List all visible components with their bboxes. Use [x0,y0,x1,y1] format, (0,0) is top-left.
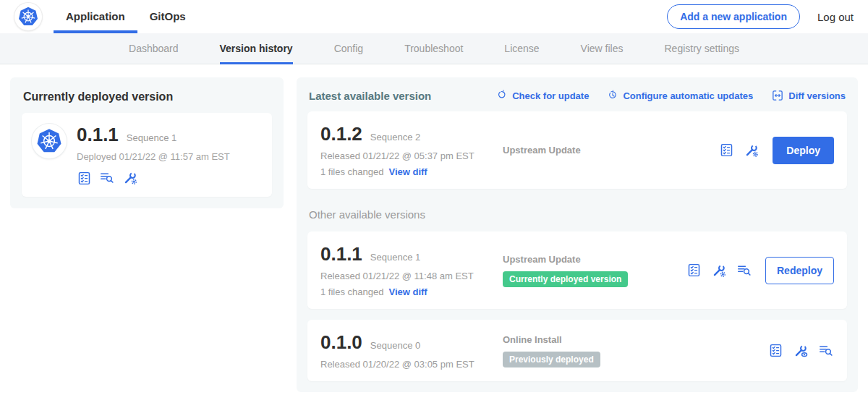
currently-deployed-badge: Currently deployed version [503,271,628,287]
sequence-label: Sequence 1 [370,252,420,263]
preflight-checks-icon[interactable] [686,263,702,278]
released-timestamp: Released 01/21/22 @ 11:48 am EST [320,271,503,281]
app-sub-nav: Dashboard Version history Config Trouble… [0,33,868,64]
add-application-button[interactable]: Add a new application [667,4,800,29]
source-label: Upstream Update [503,254,679,265]
diff-panels-icon [771,89,784,102]
view-logs-icon[interactable] [736,263,752,279]
top-nav-tabs: Application GitOps [54,0,198,33]
kubernetes-logo[interactable] [14,3,42,30]
app-logo [32,124,67,158]
preflight-checks-icon[interactable] [768,343,783,358]
top-nav-right: Add a new application Log out [667,4,854,29]
version-source: Upstream Update Currently deployed versi… [503,254,686,287]
view-logs-icon[interactable] [818,343,834,359]
tab-troubleshoot[interactable]: Troubleshoot [404,33,463,64]
tab-config[interactable]: Config [334,33,363,64]
tab-registry-settings[interactable]: Registry settings [665,33,739,64]
tab-version-history[interactable]: Version history [220,33,293,64]
deployed-version-card: 0.1.1 Sequence 1 Deployed 01/21/22 @ 11:… [22,113,272,197]
edit-config-icon[interactable] [711,263,727,279]
diff-versions-label: Diff versions [788,90,846,101]
view-config-icon[interactable] [793,343,809,359]
edit-config-icon[interactable] [122,170,138,186]
tab-gitops[interactable]: GitOps [137,0,198,33]
deployed-actions [77,170,230,186]
version-history-panel: Latest available version Check for updat… [297,77,858,392]
preflight-checks-icon[interactable] [719,143,734,158]
version-card-0-1-0: 0.1.0 Sequence 0 Released 01/20/22 @ 03:… [307,320,847,381]
diff-versions-link[interactable]: Diff versions [771,89,846,102]
version-info: 0.1.0 Sequence 0 Released 01/20/22 @ 03:… [320,331,503,370]
refresh-icon [496,90,508,101]
version-card-0-1-1: 0.1.1 Sequence 1 Released 01/21/22 @ 11:… [307,231,847,309]
tab-dashboard[interactable]: Dashboard [129,33,179,64]
logout-link[interactable]: Log out [817,11,854,23]
check-for-update-label: Check for update [512,90,589,101]
latest-version-header: Latest available version Check for updat… [309,89,846,102]
version-number: 0.1.1 [320,243,362,265]
source-label: Online Install [503,334,761,345]
kubernetes-helm-icon [17,6,39,27]
tab-view-files[interactable]: View files [581,33,624,64]
sequence-label: Sequence 2 [370,132,420,143]
other-versions-title: Other available versions [309,208,846,221]
version-info: 0.1.1 Sequence 1 Released 01/21/22 @ 11:… [320,243,503,297]
currently-deployed-title: Currently deployed version [23,90,271,103]
check-for-update-link[interactable]: Check for update [496,89,589,102]
tab-application[interactable]: Application [54,0,137,33]
deployed-version-number: 0.1.1 [77,124,119,146]
version-actions: Deploy [719,137,834,164]
previously-deployed-badge: Previously deployed [503,352,600,367]
released-timestamp: Released 01/20/22 @ 03:05 pm EST [320,359,503,370]
released-timestamp: Released 01/21/22 @ 05:37 pm EST [320,150,503,161]
version-info: 0.1.2 Sequence 2 Released 01/21/22 @ 05:… [320,123,503,177]
update-actions: Check for update Configure automatic upd… [496,89,846,102]
deployed-version-info: 0.1.1 Sequence 1 Deployed 01/21/22 @ 11:… [77,124,230,186]
clock-refresh-icon [607,90,618,101]
version-number: 0.1.2 [320,123,362,145]
kubernetes-helm-icon [35,127,63,155]
deployed-timestamp: Deployed 01/21/22 @ 11:57 am EST [77,151,230,162]
deployed-sequence-label: Sequence 1 [127,132,176,143]
version-number: 0.1.0 [320,331,362,354]
files-changed-label: 1 files changed [320,166,383,177]
deploy-button[interactable]: Deploy [773,137,834,164]
main-content: Currently deployed version 0.1.1 Sequenc… [0,64,868,392]
version-source: Online Install Previously deployed [503,334,768,367]
configure-automatic-updates-label: Configure automatic updates [623,90,753,101]
view-diff-link[interactable]: View diff [388,166,427,177]
latest-version-title: Latest available version [309,90,431,102]
version-card-0-1-2: 0.1.2 Sequence 2 Released 01/21/22 @ 05:… [307,111,847,189]
edit-config-icon[interactable] [744,143,760,158]
version-actions [768,343,834,359]
version-source: Upstream Update [503,145,719,156]
sequence-label: Sequence 0 [370,340,420,351]
configure-automatic-updates-link[interactable]: Configure automatic updates [607,89,753,102]
top-nav: Application GitOps Add a new application… [0,0,868,33]
version-actions: Redeploy [686,257,834,284]
preflight-checks-icon[interactable] [77,171,92,186]
source-label: Upstream Update [503,145,712,156]
tab-license[interactable]: License [504,33,539,64]
view-diff-link[interactable]: View diff [388,286,427,297]
files-changed-label: 1 files changed [320,286,383,297]
redeploy-button[interactable]: Redeploy [765,257,834,284]
currently-deployed-panel: Currently deployed version 0.1.1 Sequenc… [10,77,284,208]
view-logs-icon[interactable] [99,170,115,186]
